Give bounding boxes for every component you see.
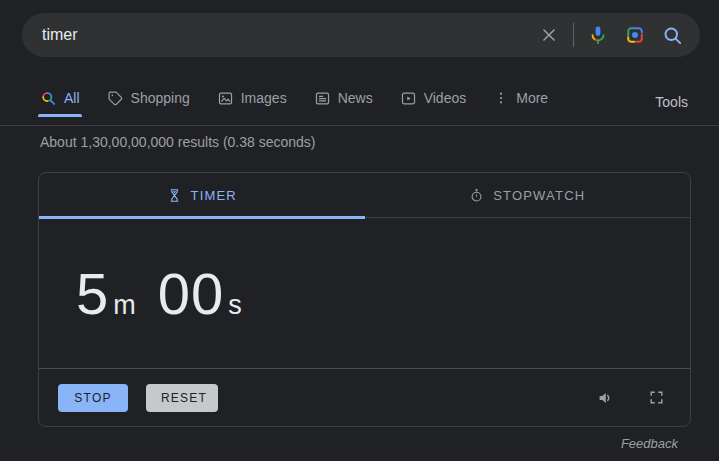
tab-more[interactable]: More (493, 79, 548, 117)
fullscreen-icon (648, 389, 665, 406)
timer-controls-bar: STOP RESET (39, 368, 690, 426)
timer-seconds: 00 (158, 260, 225, 327)
price-tag-icon (107, 90, 124, 107)
active-tab-underline (38, 114, 82, 117)
fullscreen-button[interactable] (648, 389, 665, 406)
nav-tabs: All Shopping Images (40, 79, 719, 117)
image-icon (217, 90, 234, 107)
tab-label: More (516, 90, 548, 106)
vertical-dots-icon (493, 90, 509, 106)
timer-display-area: 5 m 00 s (39, 218, 690, 369)
play-video-icon (400, 90, 417, 107)
timer-time: 5 m 00 s (76, 260, 242, 327)
tab-shopping[interactable]: Shopping (107, 79, 190, 117)
tab-all[interactable]: All (40, 79, 80, 117)
tab-label: News (338, 90, 373, 106)
timer-minutes-unit: m (113, 290, 136, 321)
newspaper-icon (314, 90, 331, 107)
tab-label: All (64, 90, 80, 106)
volume-icon (597, 389, 615, 407)
search-icon (661, 24, 684, 47)
camera-lens-icon (624, 24, 646, 46)
tab-stopwatch[interactable]: STOPWATCH (365, 173, 691, 217)
active-widget-tab-underline (39, 216, 365, 219)
tab-videos[interactable]: Videos (400, 79, 467, 117)
tab-timer[interactable]: TIMER (39, 173, 365, 217)
stopwatch-tab-label: STOPWATCH (493, 188, 585, 203)
tab-news[interactable]: News (314, 79, 373, 117)
reset-button[interactable]: RESET (146, 384, 218, 412)
search-nav-bar: All Shopping Images (0, 78, 719, 126)
stopwatch-icon (469, 188, 484, 203)
hourglass-icon (167, 188, 182, 203)
tab-label: Images (241, 90, 287, 106)
searchbar-divider (573, 23, 574, 47)
voice-search-button[interactable] (587, 24, 609, 46)
timer-seconds-unit: s (228, 290, 242, 321)
timer-widget-tabs: TIMER STOPWATCH (39, 173, 690, 218)
timer-tab-label: TIMER (191, 188, 237, 203)
search-submit-button[interactable] (661, 24, 684, 47)
stop-button[interactable]: STOP (58, 384, 128, 412)
search-input[interactable] (42, 26, 538, 44)
volume-button[interactable] (597, 389, 615, 407)
timer-minutes: 5 (76, 260, 109, 327)
tab-label: Shopping (131, 90, 190, 106)
timer-widget-card: TIMER STOPWATCH 5 m 00 s STOP RESET (38, 172, 691, 427)
clear-search-button[interactable] (538, 24, 560, 46)
microphone-icon (587, 24, 609, 46)
tools-button[interactable]: Tools (655, 94, 688, 110)
feedback-link[interactable]: Feedback (621, 436, 678, 451)
colorful-search-icon (40, 90, 57, 107)
result-stats: About 1,30,00,00,000 results (0.38 secon… (40, 134, 316, 150)
tab-images[interactable]: Images (217, 79, 287, 117)
tab-label: Videos (424, 90, 467, 106)
close-icon (538, 24, 560, 46)
lens-search-button[interactable] (624, 24, 646, 46)
search-bar[interactable] (22, 13, 700, 57)
